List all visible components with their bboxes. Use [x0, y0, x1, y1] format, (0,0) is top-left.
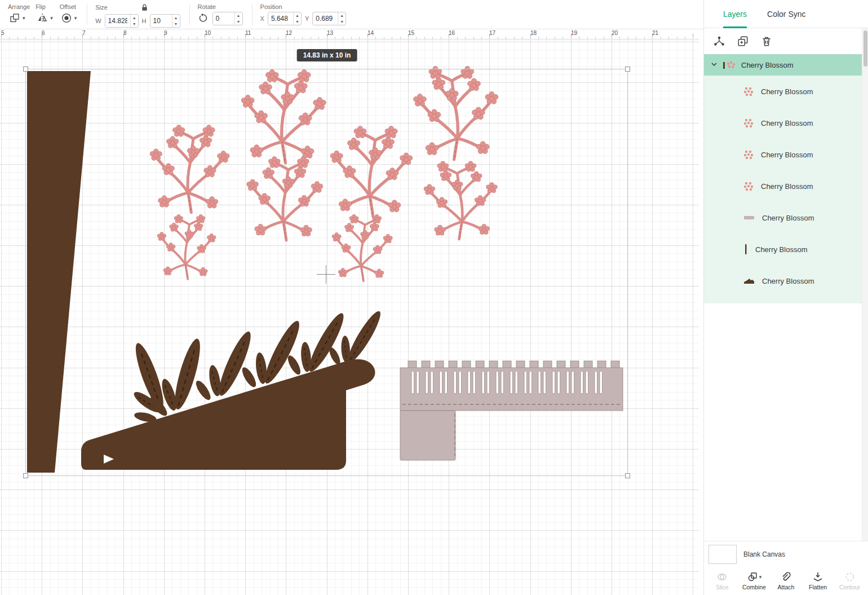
slice-button: Slice: [710, 571, 734, 590]
layer-row[interactable]: Cherry Blossom: [704, 233, 868, 265]
layers-list: Cherry Blossom Cherry Blossom Cherry Blo…: [704, 54, 868, 303]
rotate-stepper[interactable]: ▲▼: [234, 12, 242, 25]
group-icon[interactable]: [713, 35, 725, 47]
layer-thumbnail-blossom: [743, 149, 754, 160]
arrange-button[interactable]: ▾: [8, 12, 26, 24]
tab-color-sync[interactable]: Color Sync: [767, 0, 805, 28]
size-control: Size W ▲▼ H ▲▼: [95, 3, 180, 28]
selection-bounding-box[interactable]: [25, 69, 628, 476]
layer-row[interactable]: Cherry Blossom: [704, 170, 868, 202]
horizontal-ruler: 5 6 7 8 9 10 11 12 13 14 15 16 17 18 19 …: [0, 29, 699, 39]
selection-handle-top-right[interactable]: [625, 67, 630, 72]
x-field[interactable]: [268, 12, 293, 25]
layer-thumbnail-strip: [743, 215, 755, 221]
selection-handle-bottom-right[interactable]: [625, 473, 630, 478]
tab-layers[interactable]: Layers: [723, 0, 747, 28]
chevron-down-icon[interactable]: [711, 60, 718, 70]
position-control: Position X ▲▼ Y ▲▼: [260, 3, 347, 25]
layer-label: Cherry Blossom: [761, 182, 813, 191]
ruler-tick: 10: [205, 30, 211, 36]
layer-group-thumbnail: [722, 60, 737, 70]
offset-label: Offset: [60, 3, 76, 10]
size-label: Size: [95, 4, 107, 11]
ruler-tick: 20: [612, 30, 618, 36]
layer-label: Cherry Blossom: [762, 277, 814, 285]
attach-icon: [780, 571, 791, 583]
delete-icon[interactable]: [760, 35, 773, 47]
height-field[interactable]: [150, 15, 172, 27]
layer-thumbnail-blossom: [743, 86, 754, 96]
x-label: X: [260, 15, 264, 22]
layer-row[interactable]: Cherry Blossom: [704, 139, 868, 170]
height-label: H: [142, 17, 147, 24]
panel-scrollbar[interactable]: [862, 28, 868, 541]
layer-label: Cherry Blossom: [761, 87, 813, 96]
ruler-tick: 7: [82, 30, 86, 36]
flip-icon: [37, 12, 48, 24]
width-label: W: [95, 17, 101, 24]
layer-label: Cherry Blossom: [761, 151, 813, 159]
width-stepper[interactable]: ▲▼: [130, 15, 138, 27]
offset-icon: [61, 12, 72, 24]
ruler-tick: 5: [1, 30, 5, 36]
flatten-button[interactable]: Flatten: [805, 571, 830, 590]
width-field[interactable]: [105, 15, 130, 27]
layer-row[interactable]: Cherry Blossom: [704, 265, 868, 297]
edit-toolbar: Arrange ▾ Flip ▾ Offset: [0, 0, 703, 29]
offset-button[interactable]: ▾: [60, 12, 78, 24]
arrange-caret-icon: ▾: [23, 15, 25, 21]
blank-canvas-swatch[interactable]: [708, 545, 737, 564]
design-canvas[interactable]: 14.83 in x 10 in: [0, 39, 699, 595]
arrange-control: Arrange ▾: [8, 3, 30, 24]
ruler-tick: 21: [652, 30, 658, 36]
layer-thumbnail-line: [743, 244, 748, 255]
toolbar-divider: [87, 5, 87, 25]
ruler-tick: 11: [245, 30, 251, 36]
ruler-tick: 13: [327, 30, 333, 36]
y-field[interactable]: [313, 12, 338, 25]
selection-size-tooltip: 14.83 in x 10 in: [297, 49, 357, 61]
offset-control: Offset ▾: [60, 3, 78, 24]
position-label: Position: [260, 3, 282, 10]
layer-row[interactable]: Cherry Blossom: [704, 202, 868, 233]
flatten-icon: [812, 571, 823, 583]
layer-group-row[interactable]: Cherry Blossom: [704, 54, 868, 76]
blank-canvas-row: Blank Canvas: [704, 541, 868, 567]
arrange-label: Arrange: [8, 3, 30, 10]
rotate-icon[interactable]: [198, 13, 209, 24]
arrange-icon: [9, 12, 20, 24]
rotate-field[interactable]: [213, 12, 234, 25]
layer-row[interactable]: Cherry Blossom: [704, 107, 868, 139]
height-input: ▲▼: [150, 14, 180, 28]
panel-scrollbar-thumb[interactable]: [863, 30, 867, 67]
rotate-control: Rotate ▲▼: [198, 3, 243, 25]
cricut-design-app: Arrange ▾ Flip ▾ Offset: [0, 0, 868, 595]
canvas-column: Arrange ▾ Flip ▾ Offset: [0, 0, 703, 595]
y-input: ▲▼: [312, 12, 346, 25]
selection-handle-bottom-left[interactable]: [23, 473, 28, 478]
combine-caret-icon: ▾: [759, 574, 762, 580]
x-stepper[interactable]: ▲▼: [293, 12, 301, 25]
contour-button: Contour: [838, 571, 862, 590]
toolbar-divider: [189, 5, 190, 25]
duplicate-icon[interactable]: [737, 35, 749, 47]
flip-label: Flip: [36, 3, 46, 10]
attach-button[interactable]: Attach: [773, 571, 798, 590]
ruler-tick: 14: [367, 30, 374, 36]
layer-row[interactable]: Cherry Blossom: [704, 76, 868, 107]
selection-handle-top-left[interactable]: [23, 67, 28, 72]
layer-label: Cherry Blossom: [761, 119, 813, 127]
ruler-tick: 17: [489, 30, 495, 36]
offset-caret-icon: ▾: [74, 15, 77, 21]
y-stepper[interactable]: ▲▼: [338, 12, 346, 25]
slice-icon: [716, 571, 728, 583]
lock-icon[interactable]: [140, 3, 149, 12]
height-stepper[interactable]: ▲▼: [172, 15, 180, 27]
flip-button[interactable]: ▾: [36, 12, 54, 24]
flip-control: Flip ▾: [36, 3, 54, 24]
contour-icon: [844, 571, 856, 583]
combine-button[interactable]: ▾ Combine: [742, 571, 767, 590]
panel-tab-bar: Layers Color Sync: [704, 0, 868, 28]
layer-label: Cherry Blossom: [762, 214, 814, 222]
width-input: ▲▼: [105, 14, 139, 28]
